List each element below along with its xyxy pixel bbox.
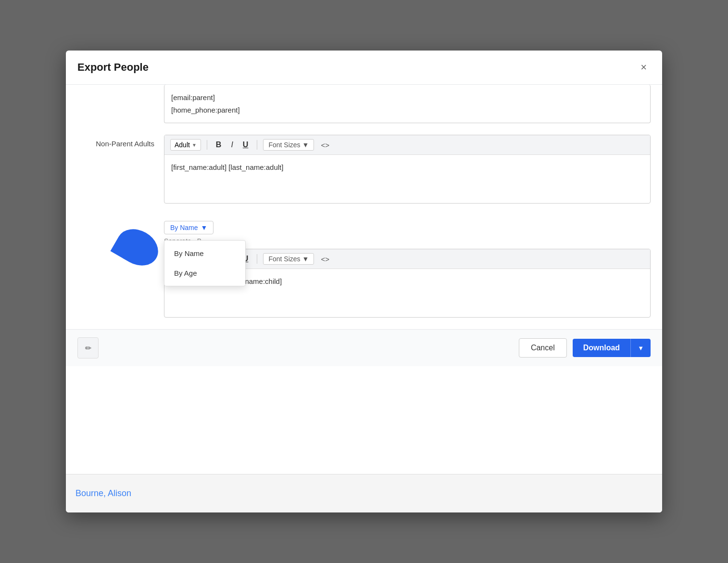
font-sizes-label-children: Font Sizes bbox=[268, 255, 300, 263]
modal-footer: ✏ Cancel Download ▼ bbox=[66, 329, 662, 366]
toolbar-separator-4 bbox=[257, 254, 257, 264]
modal-header: Export People × bbox=[66, 51, 662, 85]
background-person-name: Bourne, Alison bbox=[75, 488, 131, 499]
non-parent-adults-toolbar: Adult ▼ B I U Font Sizes ▼ <> bbox=[164, 135, 650, 155]
download-caret-button[interactable]: ▼ bbox=[630, 339, 651, 357]
background-content: Bourne, Alison bbox=[66, 474, 662, 512]
underline-button-adults[interactable]: U bbox=[240, 140, 251, 150]
font-sizes-caret-children: ▼ bbox=[302, 255, 309, 263]
download-button-group: Download ▼ bbox=[573, 339, 651, 357]
toolbar-separator-1 bbox=[207, 140, 207, 150]
sort-dropdown-button[interactable]: By Name ▼ bbox=[164, 221, 213, 234]
code-button-children[interactable]: <> bbox=[318, 254, 332, 265]
close-button[interactable]: × bbox=[637, 59, 651, 76]
sort-option-by-age[interactable]: By Age bbox=[164, 263, 245, 283]
parent-email-line: [email:parent] bbox=[171, 91, 643, 104]
download-button[interactable]: Download bbox=[573, 339, 630, 357]
footer-right: Cancel Download ▼ bbox=[519, 338, 651, 358]
adult-dropdown[interactable]: Adult ▼ bbox=[170, 139, 201, 151]
sort-caret-icon: ▼ bbox=[201, 224, 208, 231]
pencil-icon: ✏ bbox=[85, 344, 91, 353]
cancel-button[interactable]: Cancel bbox=[519, 338, 567, 358]
children-section: Children By Name ▼ By Name bbox=[77, 213, 651, 318]
parent-phone-line: [home_phone:parent] bbox=[171, 104, 643, 116]
adult-dropdown-caret: ▼ bbox=[192, 142, 197, 148]
parent-editor-partial: [email:parent] [home_phone:parent] bbox=[164, 85, 651, 123]
sort-selected-label: By Name bbox=[170, 224, 198, 231]
code-button-adults[interactable]: <> bbox=[318, 140, 332, 151]
modal-body: [email:parent] [home_phone:parent] Non-P… bbox=[66, 85, 662, 329]
font-sizes-caret-adults: ▼ bbox=[302, 141, 309, 149]
pencil-button[interactable]: ✏ bbox=[77, 337, 99, 358]
sort-dropdown-menu: By Name By Age bbox=[164, 240, 246, 286]
non-parent-adults-content[interactable]: [first_name:adult] [last_name:adult] bbox=[164, 155, 650, 203]
font-sizes-dropdown-adults[interactable]: Font Sizes ▼ bbox=[263, 139, 314, 151]
non-parent-adults-editor[interactable]: Adult ▼ B I U Font Sizes ▼ <> [first_nam… bbox=[164, 135, 651, 204]
font-sizes-label-adults: Font Sizes bbox=[268, 141, 300, 149]
non-parent-adults-label: Non-Parent Adults bbox=[77, 135, 164, 148]
children-right: By Name ▼ By Name By Age Separate B... bbox=[164, 221, 651, 318]
sort-option-by-name[interactable]: By Name bbox=[164, 243, 245, 263]
export-people-modal: Bourne, Alison Export People × [email:pa… bbox=[66, 51, 662, 512]
sort-control-container: By Name ▼ By Name By Age bbox=[164, 221, 213, 234]
adult-dropdown-label: Adult bbox=[175, 141, 190, 149]
font-sizes-dropdown-children[interactable]: Font Sizes ▼ bbox=[263, 253, 314, 265]
italic-button-adults[interactable]: I bbox=[228, 140, 236, 150]
bold-button-adults[interactable]: B bbox=[213, 140, 225, 150]
toolbar-separator-2 bbox=[257, 140, 257, 150]
non-parent-adults-section: Non-Parent Adults Adult ▼ B I U Font Siz… bbox=[77, 127, 651, 204]
modal-title: Export People bbox=[77, 61, 149, 74]
